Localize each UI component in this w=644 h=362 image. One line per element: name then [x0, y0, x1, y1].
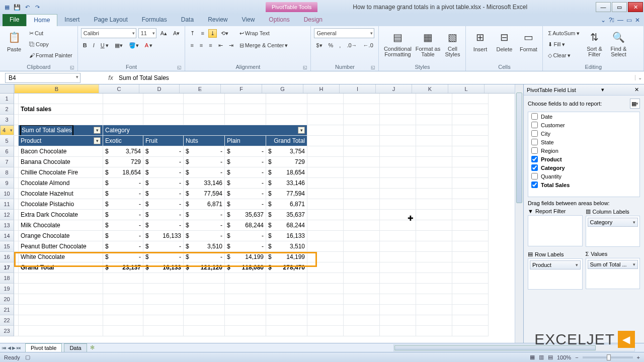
cell[interactable]: $-: [103, 241, 143, 252]
cell[interactable]: [452, 115, 489, 125]
sort-filter-button[interactable]: ⇅Sort & Filter: [584, 28, 606, 57]
grid-row[interactable]: 6Bacon Chocolate$3,754$-$-$-$3,754: [0, 146, 515, 157]
cell[interactable]: [225, 315, 266, 326]
cell[interactable]: [344, 199, 380, 210]
cell[interactable]: [307, 167, 344, 178]
row-header[interactable]: 12: [0, 210, 14, 220]
cell[interactable]: $18,654: [266, 167, 307, 178]
cell[interactable]: [380, 115, 416, 125]
cell[interactable]: Chocolate Almond: [19, 178, 103, 189]
cell[interactable]: [416, 305, 452, 315]
cell[interactable]: Exotic: [103, 136, 143, 146]
row-header[interactable]: 16: [0, 252, 14, 262]
cell[interactable]: Peanut Butter Chocolate: [19, 241, 103, 252]
cell[interactable]: [19, 305, 103, 315]
cell[interactable]: [380, 273, 416, 284]
cell[interactable]: [344, 273, 380, 284]
macro-record-icon[interactable]: ▢: [25, 354, 30, 360]
cell[interactable]: $-: [225, 199, 266, 210]
pane-close-icon[interactable]: ✕: [632, 86, 641, 93]
cell[interactable]: $3,510: [266, 241, 307, 252]
cell[interactable]: [344, 252, 380, 262]
cell[interactable]: [416, 104, 452, 115]
field-checkbox[interactable]: Category: [528, 163, 639, 172]
cell[interactable]: Orange Chocolate: [19, 231, 103, 241]
cell[interactable]: [184, 115, 225, 125]
field-chip[interactable]: Product▾: [530, 260, 581, 269]
cell[interactable]: [416, 136, 452, 146]
cell[interactable]: [225, 273, 266, 284]
name-box[interactable]: B4: [5, 73, 80, 83]
cell[interactable]: [184, 294, 225, 305]
cell[interactable]: [307, 252, 344, 262]
tab-file[interactable]: File: [3, 14, 26, 26]
cell[interactable]: [452, 199, 489, 210]
zoom-out-icon[interactable]: −: [575, 354, 578, 360]
area-report-filter[interactable]: ▼Report Filter: [528, 207, 583, 247]
grid-row[interactable]: 20: [0, 294, 515, 305]
cell[interactable]: [452, 305, 489, 315]
cell[interactable]: $-: [225, 157, 266, 167]
cell[interactable]: [307, 136, 344, 146]
cell[interactable]: [344, 210, 380, 220]
col-header[interactable]: L: [448, 84, 485, 93]
grid-row[interactable]: 12Extra Dark Chocolate$-$-$-$35,637$35,6…: [0, 210, 515, 220]
vertical-scrollbar[interactable]: [515, 84, 523, 343]
cell[interactable]: [184, 326, 225, 336]
cell[interactable]: [416, 189, 452, 199]
save-icon[interactable]: 💾: [13, 3, 21, 11]
cell[interactable]: [344, 241, 380, 252]
cell[interactable]: [452, 273, 489, 284]
cell[interactable]: Banana Chocolate: [19, 157, 103, 167]
cell[interactable]: [184, 284, 225, 294]
cell[interactable]: [307, 178, 344, 189]
cell[interactable]: [452, 157, 489, 167]
cell[interactable]: [103, 273, 143, 284]
cell[interactable]: $18,654: [103, 167, 143, 178]
cell[interactable]: [307, 262, 344, 273]
zoom-level[interactable]: 100%: [557, 354, 571, 360]
align-bottom-icon[interactable]: ⤓: [208, 29, 217, 38]
cell[interactable]: [307, 294, 344, 305]
shrink-font-icon[interactable]: A▾: [171, 29, 182, 38]
tab-view[interactable]: View: [235, 14, 262, 26]
cell[interactable]: [307, 210, 344, 220]
dialog-launcher-icon[interactable]: ◱: [303, 65, 307, 70]
window-min-icon[interactable]: —: [617, 17, 623, 24]
grid-row[interactable]: 21: [0, 305, 515, 315]
cell[interactable]: Bacon Chocolate: [19, 146, 103, 157]
format-cells-button[interactable]: ▭Format: [517, 28, 539, 52]
row-header[interactable]: 14: [0, 231, 14, 241]
cell[interactable]: [452, 136, 489, 146]
cell[interactable]: Milk Chocolate: [19, 220, 103, 231]
col-header[interactable]: G: [262, 84, 303, 93]
cell[interactable]: [416, 231, 452, 241]
cell[interactable]: [19, 273, 103, 284]
scroll-thumb[interactable]: [516, 93, 522, 203]
cell[interactable]: [307, 104, 344, 115]
cell[interactable]: [225, 294, 266, 305]
tab-data[interactable]: Data: [174, 14, 201, 26]
grid-row[interactable]: 4Sum of Total Sales▾Category ▾: [0, 125, 515, 136]
cell[interactable]: $16,133: [143, 231, 184, 241]
field-checkbox[interactable]: Quantity: [528, 172, 639, 180]
next-sheet-icon[interactable]: ▶: [12, 345, 16, 350]
cut-button[interactable]: ✂Cut: [27, 28, 74, 38]
cell[interactable]: [266, 315, 307, 326]
cell[interactable]: [416, 94, 452, 104]
field-checkbox[interactable]: Date: [528, 112, 639, 121]
cell[interactable]: [416, 167, 452, 178]
cell[interactable]: Chillie Chocolate Fire: [19, 167, 103, 178]
cell[interactable]: [307, 125, 344, 136]
cell[interactable]: [307, 273, 344, 284]
cell[interactable]: [225, 94, 266, 104]
area-column-labels[interactable]: ▥Column Labels Category▾: [586, 207, 640, 247]
cell[interactable]: $-: [143, 157, 184, 167]
cell[interactable]: [307, 220, 344, 231]
cell[interactable]: [266, 104, 307, 115]
cell[interactable]: $118,080: [225, 262, 266, 273]
find-select-button[interactable]: 🔍Find & Select: [608, 28, 630, 57]
cell[interactable]: [416, 273, 452, 284]
tab-options[interactable]: Options: [262, 14, 296, 26]
number-format-select[interactable]: General: [314, 28, 374, 38]
